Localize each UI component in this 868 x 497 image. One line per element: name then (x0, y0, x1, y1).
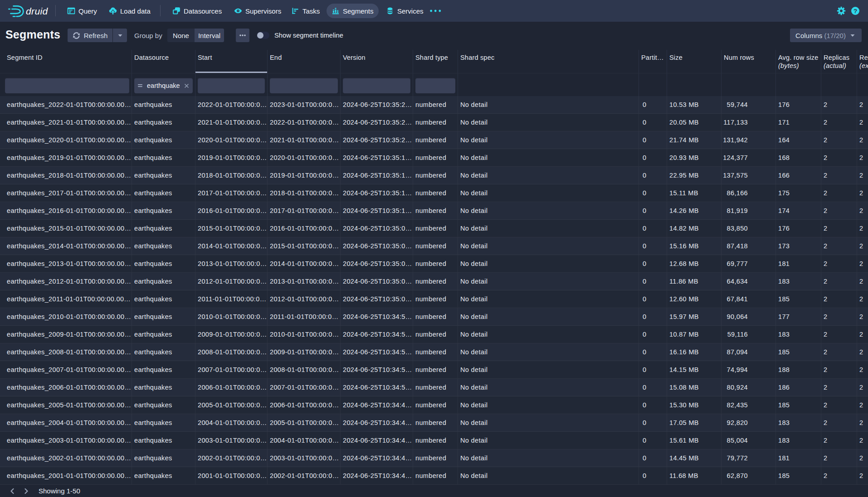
svg-text:?: ? (853, 8, 857, 14)
